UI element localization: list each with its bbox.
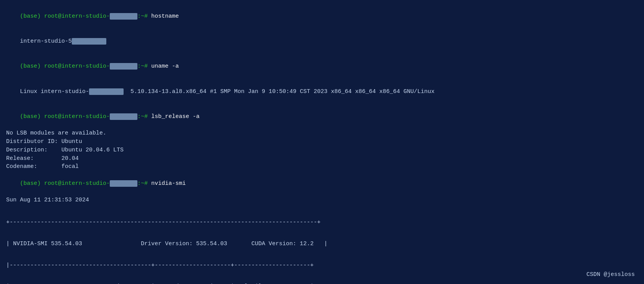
terminal-line-9: Release: 20.04 xyxy=(6,154,638,163)
prompt-suffix-11: :~# xyxy=(137,180,151,187)
blurred-1: XXXXXXXX xyxy=(110,13,137,20)
terminal-line-10: Codename: focal xyxy=(6,163,638,171)
terminal-line-12: Sun Aug 11 21:31:53 2024 xyxy=(6,196,638,204)
cmd-11: nvidia-smi xyxy=(151,180,186,187)
blurred-11: XXXXXXXX xyxy=(110,180,137,187)
terminal-line-2: intern-studio-5XXXXXXXXXX xyxy=(6,29,638,54)
output-hostname: intern-studio-5XXXXXXXXXX xyxy=(20,38,106,45)
terminal-line-7: Distributor ID: Ubuntu xyxy=(6,138,638,146)
blurred-3: XXXXXXXX xyxy=(110,63,137,70)
terminal-line-6: No LSB modules are available. xyxy=(6,129,638,138)
prompt-5: (base) root@intern-studio- xyxy=(20,113,110,120)
terminal-line-4: Linux intern-studio-XXXXXXXXXX 5.10.134-… xyxy=(6,79,638,104)
terminal-line-11: (base) root@intern-studio-XXXXXXXX:~# nv… xyxy=(6,171,638,196)
header-separator: |---------------------------------------… xyxy=(6,261,638,270)
terminal-line-8: Description: Ubuntu 20.04.6 LTS xyxy=(6,146,638,154)
smi-version-line: | NVIDIA-SMI 535.54.03 Driver Version: 5… xyxy=(6,240,638,248)
cmd-1: hostname xyxy=(151,13,179,20)
nvidia-smi-table: +---------------------------------------… xyxy=(6,205,638,284)
prompt-suffix-5: :~# xyxy=(137,113,151,120)
watermark: CSDN @jessloss xyxy=(586,271,635,278)
blurred-4: XXXXXXXXXX xyxy=(89,88,124,95)
col-header1: | GPU Name Persistence-M | Bus-Id Disp.A… xyxy=(6,282,638,284)
table-top-border: +---------------------------------------… xyxy=(6,218,638,227)
prompt-suffix-1: :~# xyxy=(137,13,151,20)
terminal: (base) root@intern-studio-XXXXXXXX:~# ho… xyxy=(6,4,638,284)
output-uname-rest: 5.10.134-13.al8.x86_64 #1 SMP Mon Jan 9 … xyxy=(124,88,434,95)
prompt-1: (base) root@intern-studio- xyxy=(20,13,110,20)
cmd-3: uname -a xyxy=(151,63,179,70)
output-uname: Linux intern-studio- xyxy=(20,88,89,95)
cmd-5: lsb_release -a xyxy=(151,113,200,120)
prompt-3: (base) root@intern-studio- xyxy=(20,63,110,70)
blurred-5: XXXXXXXX xyxy=(110,113,137,120)
terminal-line-1: (base) root@intern-studio-XXXXXXXX:~# ho… xyxy=(6,4,638,29)
terminal-line-3: (base) root@intern-studio-XXXXXXXX:~# un… xyxy=(6,54,638,79)
prompt-11: (base) root@intern-studio- xyxy=(20,180,110,187)
prompt-suffix-3: :~# xyxy=(137,63,151,70)
terminal-line-5: (base) root@intern-studio-XXXXXXXX:~# ls… xyxy=(6,104,638,129)
